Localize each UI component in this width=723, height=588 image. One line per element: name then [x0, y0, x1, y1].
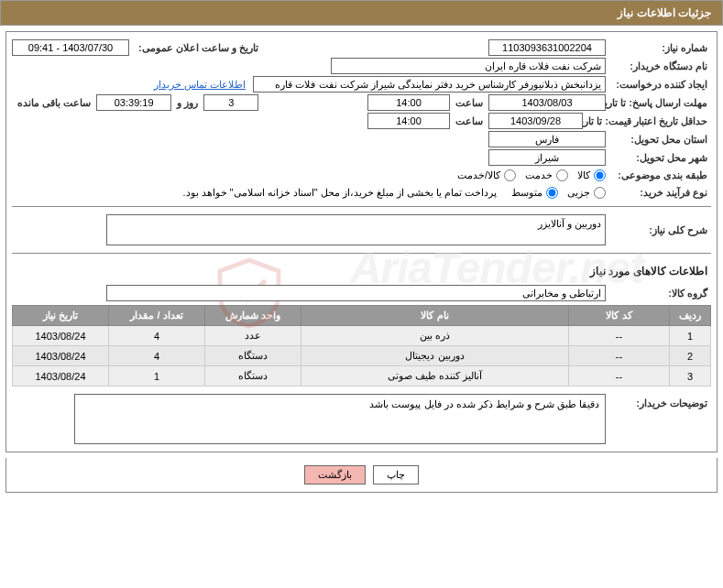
- cell-qty: 4: [109, 346, 205, 366]
- items-table: ردیف کد کالا نام کالا واحد شمارش تعداد /…: [12, 305, 711, 387]
- cell-unit: دستگاه: [205, 346, 301, 366]
- need-no-label: شماره نیاز:: [606, 40, 711, 56]
- table-row: 3 -- آنالیز کننده طیف صوتی دستگاه 1 1403…: [13, 366, 711, 387]
- cell-qty: 4: [109, 326, 205, 346]
- radio-medium-input[interactable]: [546, 187, 558, 199]
- city-value: شیراز: [488, 149, 606, 166]
- cell-date: 1403/08/24: [13, 326, 109, 346]
- buyer-notes-label: توضیحات خریدار:: [606, 394, 711, 411]
- cell-unit: عدد: [205, 326, 301, 346]
- days-and-label: روز و: [171, 95, 203, 111]
- items-section-title: اطلاعات کالاهای مورد نیاز: [12, 259, 711, 283]
- cell-name: ذره بین: [301, 326, 569, 346]
- buyer-notes-value: دقیقا طبق شرح و شرایط ذکر شده در فایل پی…: [74, 394, 606, 444]
- cell-row: 3: [670, 366, 711, 387]
- proc-type-label: نوع فرآیند خرید:: [606, 185, 711, 201]
- back-button[interactable]: بازگشت: [304, 465, 366, 485]
- need-no-value: 1103093631002204: [488, 39, 606, 56]
- radio-medium[interactable]: متوسط: [511, 187, 558, 199]
- main-form: AriaTender.net شماره نیاز: 1103093631002…: [5, 31, 718, 452]
- radio-both-input[interactable]: [504, 169, 516, 181]
- announce-value: 1403/07/30 - 09:41: [12, 39, 129, 56]
- radio-goods[interactable]: کالا: [577, 169, 606, 181]
- cell-unit: دستگاه: [205, 366, 301, 387]
- radio-both-label: کالا/خدمت: [457, 169, 500, 181]
- th-name: نام کالا: [301, 306, 569, 326]
- validity-date: 1403/09/28: [488, 113, 583, 129]
- buyer-org-value: شرکت نفت فلات قاره ایران: [331, 58, 606, 74]
- province-label: استان محل تحویل:: [606, 132, 711, 147]
- cell-code: --: [569, 346, 670, 366]
- print-button[interactable]: چاپ: [373, 465, 419, 485]
- radio-goods-input[interactable]: [594, 169, 606, 181]
- radio-service-input[interactable]: [556, 169, 568, 181]
- th-row: ردیف: [670, 306, 711, 326]
- cell-code: --: [569, 326, 670, 346]
- divider-2: [12, 253, 711, 254]
- radio-medium-label: متوسط: [511, 187, 542, 199]
- city-label: شهر محل تحویل:: [606, 150, 711, 166]
- radio-service[interactable]: خدمت: [525, 169, 568, 181]
- cell-date: 1403/08/24: [13, 346, 109, 366]
- cell-row: 2: [670, 346, 711, 366]
- th-unit: واحد شمارش: [205, 306, 301, 326]
- goods-group-value: ارتباطی و مخابراتی: [106, 285, 606, 301]
- cell-date: 1403/08/24: [13, 366, 109, 387]
- deadline-time: 14:00: [367, 94, 450, 111]
- requester-label: ایجاد کننده درخواست:: [606, 77, 711, 93]
- radio-goods-label: کالا: [577, 169, 590, 181]
- remaining-label: ساعت باقی مانده: [12, 95, 96, 111]
- divider: [12, 206, 711, 207]
- cell-row: 1: [670, 326, 711, 346]
- button-bar: چاپ بازگشت: [5, 458, 718, 493]
- validity-time-label: ساعت: [450, 114, 488, 129]
- radio-service-label: خدمت: [525, 169, 553, 181]
- announce-label: تاریخ و ساعت اعلان عمومی:: [129, 40, 262, 56]
- contact-link[interactable]: اطلاعات تماس خریدار: [154, 79, 246, 91]
- cell-name: آنالیز کننده طیف صوتی: [301, 366, 569, 387]
- table-row: 1 -- ذره بین عدد 4 1403/08/24: [13, 326, 711, 346]
- radio-small-label: جزیی: [567, 187, 590, 199]
- table-header-row: ردیف کد کالا نام کالا واحد شمارش تعداد /…: [13, 306, 711, 326]
- radio-small-input[interactable]: [594, 187, 606, 199]
- requester-value: یزدانبخش ذبلانیورفر کارشناس خرید دفتر نم…: [253, 76, 606, 93]
- proc-note: پرداخت تمام یا بخشی از مبلغ خرید،از محل …: [177, 185, 502, 201]
- radio-small[interactable]: جزیی: [567, 187, 606, 199]
- cell-name: دوربین دیجیتال: [301, 346, 569, 366]
- cell-qty: 1: [109, 366, 205, 387]
- page-title: جزئیات اطلاعات نیاز: [0, 0, 723, 26]
- buyer-org-label: نام دستگاه خریدار:: [606, 59, 711, 74]
- cell-code: --: [569, 366, 670, 387]
- validity-time: 14:00: [367, 113, 450, 129]
- overview-label: شرح کلی نیاز:: [606, 223, 711, 238]
- province-value: فارس: [488, 131, 606, 147]
- remaining-days: 3: [203, 94, 258, 111]
- goods-group-label: گروه کالا:: [606, 286, 711, 301]
- deadline-time-label: ساعت: [450, 95, 488, 111]
- th-qty: تعداد / مقدار: [109, 306, 205, 326]
- remaining-time: 03:39:19: [96, 94, 171, 111]
- validity-label: حداقل تاریخ اعتبار قیمت: تا تاریخ:: [583, 114, 711, 129]
- th-code: کد کالا: [569, 306, 670, 326]
- table-row: 2 -- دوربین دیجیتال دستگاه 4 1403/08/24: [13, 346, 711, 366]
- deadline-label: مهلت ارسال پاسخ: تا تاریخ:: [606, 95, 711, 111]
- th-date: تاریخ نیاز: [13, 306, 109, 326]
- category-label: طبقه بندی موضوعی:: [606, 168, 711, 183]
- radio-both[interactable]: کالا/خدمت: [457, 169, 516, 181]
- deadline-date: 1403/08/03: [488, 94, 606, 111]
- overview-value: دوربین و آنالایزر: [106, 214, 606, 245]
